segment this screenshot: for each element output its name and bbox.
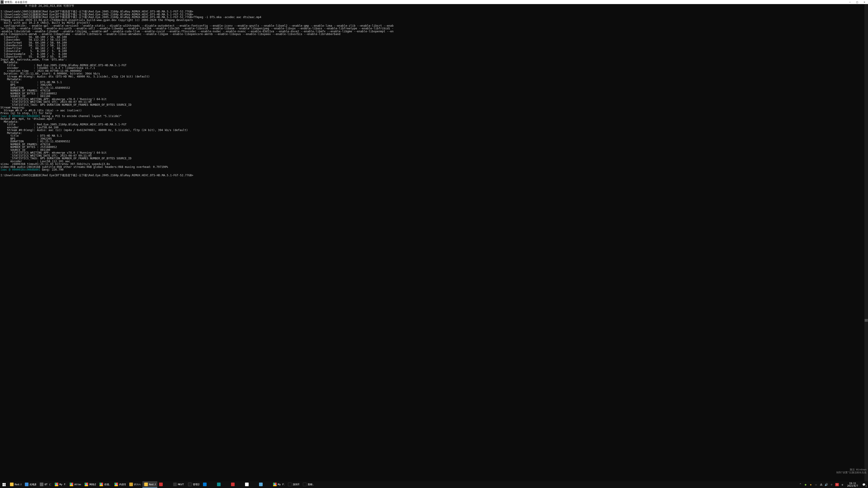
task-app-icon	[288, 483, 291, 486]
notification-center-button[interactable]: 💬 2	[860, 481, 868, 488]
notification-icon: 💬	[862, 483, 866, 486]
tray-chevron-icon[interactable]: ^	[799, 483, 802, 486]
taskbar-task[interactable]: Red.E...	[8, 481, 23, 488]
taskbar-task[interactable]: 剪映...	[301, 481, 316, 488]
window-titlebar: C:\ 管理员: 命令提示符 — □ ✕	[0, 0, 868, 4]
task-app-icon	[114, 483, 118, 486]
taskbar-task[interactable]: UltraE...	[127, 481, 143, 488]
task-label: Red.E...	[15, 483, 21, 486]
task-app-icon	[25, 483, 29, 486]
task-label: 深圳不...	[293, 483, 299, 486]
task-label: 在线...	[104, 483, 111, 486]
maximize-button[interactable]: □	[854, 0, 861, 4]
task-app-icon	[303, 483, 307, 486]
tray-ime-icon[interactable]: S	[835, 483, 839, 486]
taskbar-task[interactable]: 深圳不...	[286, 481, 301, 488]
task-app-icon	[245, 483, 249, 486]
tray-app-icon[interactable]: ●	[804, 483, 807, 486]
minimize-button[interactable]: —	[846, 0, 854, 4]
windows-activation-watermark: 激活 Windows 转到"设置"以激活校长先生	[836, 468, 867, 474]
task-app-icon	[40, 483, 43, 486]
task-app-icon	[70, 483, 73, 486]
task-label: UltraE...	[134, 483, 141, 486]
taskbar-task[interactable]: My Fi...	[53, 481, 68, 488]
task-app-icon	[129, 483, 133, 486]
task-app-icon	[273, 483, 277, 486]
taskbar-task[interactable]	[215, 481, 229, 488]
notification-count: 2	[866, 485, 867, 487]
taskbar-task[interactable]: 此电脑	[23, 481, 38, 488]
taskbar-task[interactable]	[229, 481, 243, 488]
tray-app-icon[interactable]: ◉	[841, 483, 844, 486]
task-label: My Fil...	[278, 483, 284, 486]
taskbar-task[interactable]	[243, 481, 257, 488]
window-title: 管理员: 命令提示符	[4, 0, 27, 4]
taskbar-task[interactable]: 在线...	[98, 481, 113, 488]
taskbar-task[interactable]: 网络连...	[83, 481, 98, 488]
task-label: My Fi...	[59, 483, 66, 486]
task-app-icon	[203, 483, 207, 486]
task-app-icon	[159, 483, 163, 486]
task-app-icon	[173, 483, 177, 486]
task-app-icon	[188, 483, 192, 486]
taskbar-task[interactable]	[257, 481, 271, 488]
tray-volume-icon[interactable]: 🔊	[825, 483, 828, 486]
tray-app-icon[interactable]: ▭	[814, 483, 817, 486]
taskbar-task[interactable]: My Fil...	[271, 481, 286, 488]
task-app-icon	[10, 483, 13, 486]
system-tray: ^ ● ◆ ▭ 🖧 🔊 ⊘ S ◉	[798, 481, 845, 488]
taskbar-task[interactable]: 管理员...	[186, 481, 201, 488]
taskbar-task[interactable]: 内容管...	[113, 481, 127, 488]
task-label: 网络连...	[89, 483, 96, 486]
cmd-icon: C:\	[0, 0, 4, 4]
taskbar-task[interactable]: MKVT...	[171, 481, 186, 488]
tray-app-icon[interactable]: ⊘	[830, 483, 833, 486]
taskbar-clock[interactable]: 19:11 2023/8/7	[845, 481, 860, 488]
tray-network-icon[interactable]: 🖧	[819, 483, 823, 486]
task-label: 8T (I:)	[44, 483, 51, 486]
task-label: 内容管...	[119, 483, 126, 486]
scrollbar-thumb[interactable]	[865, 319, 868, 322]
tray-app-icon[interactable]: ◆	[809, 483, 812, 486]
task-app-icon	[217, 483, 221, 486]
terminal-output: 0 个目录 24,241,913,856 可用字节 I:\Downloads\2…	[0, 4, 868, 177]
taskbar-task[interactable]	[157, 481, 171, 488]
taskbar-task[interactable]: Red.E...	[143, 481, 157, 488]
task-app-icon	[85, 483, 88, 486]
task-app-icon	[99, 483, 103, 486]
task-label: 管理员...	[193, 483, 199, 486]
start-button[interactable]	[0, 481, 8, 488]
task-app-icon	[231, 483, 235, 486]
task-label: 剪映...	[308, 483, 314, 486]
task-label: Red.E...	[149, 483, 156, 486]
task-app-icon	[144, 483, 148, 486]
clock-time: 19:11	[849, 482, 856, 485]
taskbar-task[interactable]	[201, 481, 215, 488]
close-button[interactable]: ✕	[861, 0, 868, 4]
task-label: MKVT...	[178, 483, 184, 486]
task-app-icon	[55, 483, 58, 486]
taskbar: Red.E...此电脑8T (I:)My Fi...Atten...网络连...…	[0, 481, 868, 488]
taskbar-task[interactable]: Atten...	[68, 481, 83, 488]
taskbar-task[interactable]: 8T (I:)	[38, 481, 53, 488]
task-app-icon	[259, 483, 263, 486]
clock-date: 2023/8/7	[847, 485, 858, 487]
scrollbar-vertical[interactable]	[864, 4, 868, 481]
windows-logo-icon	[2, 483, 6, 486]
terminal-area[interactable]: 0 个目录 24,241,913,856 可用字节 I:\Downloads\2…	[0, 4, 868, 481]
task-label: Atten...	[74, 483, 81, 486]
task-label: 此电脑	[30, 483, 36, 486]
